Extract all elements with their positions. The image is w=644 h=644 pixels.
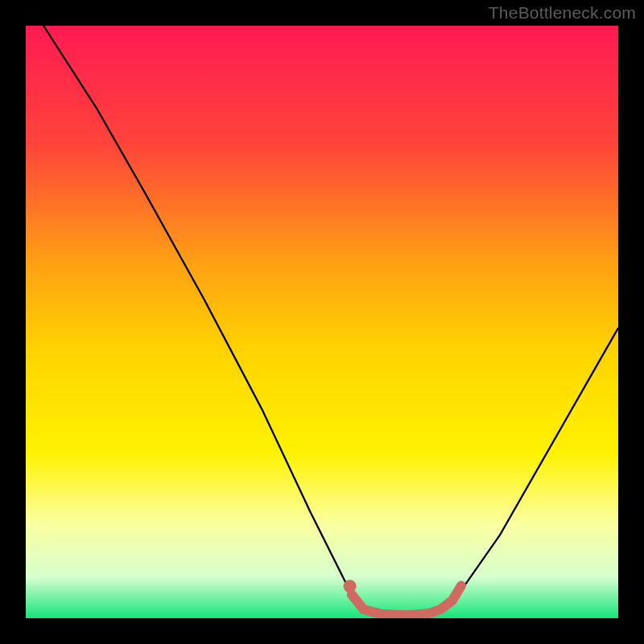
watermark-text: TheBottleneck.com	[489, 3, 636, 23]
chart-svg	[26, 26, 618, 618]
chart-frame: TheBottleneck.com	[0, 0, 644, 644]
plot-area	[26, 26, 618, 618]
gradient-background	[26, 26, 618, 618]
sweet-spot-start-dot	[344, 580, 357, 592]
